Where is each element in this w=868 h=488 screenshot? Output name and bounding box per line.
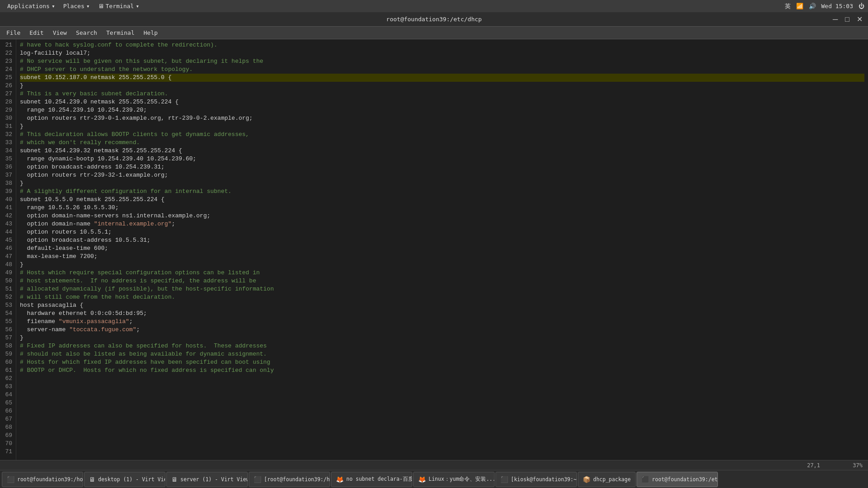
taskbar-item[interactable]: 🦊Linux：yum命令、安装... xyxy=(413,472,495,487)
line-number: 49 xyxy=(2,269,12,277)
code-line: # Hosts for which fixed IP addresses hav… xyxy=(20,358,864,366)
code-line: subnet 10.254.239.32 netmask 255.255.255… xyxy=(20,147,864,155)
menu-help[interactable]: Help xyxy=(139,28,162,37)
line-number: 26 xyxy=(2,82,12,90)
menu-terminal[interactable]: Terminal xyxy=(102,28,139,37)
code-line: # have to hack syslog.conf to complete t… xyxy=(20,41,864,49)
taskbar-label: [kiosk@foundation39:~] xyxy=(511,476,577,483)
line-number: 22 xyxy=(2,49,12,57)
code-line: # No service will be given on this subne… xyxy=(20,57,864,66)
line-number: 30 xyxy=(2,114,12,122)
menu-edit[interactable]: Edit xyxy=(25,28,48,37)
code-line: option routers 10.5.5.1; xyxy=(20,228,864,236)
line-number: 43 xyxy=(2,220,12,228)
network-icon: 📶 xyxy=(796,3,803,9)
taskbar-item[interactable]: ⬛[kiosk@foundation39:~] xyxy=(495,472,577,487)
line-number: 36 xyxy=(2,163,12,171)
menu-search[interactable]: Search xyxy=(71,28,102,37)
line-numbers: 2122232425262728293031323334353637383940… xyxy=(0,39,16,460)
taskbar-icon: ⬛ xyxy=(642,476,649,483)
taskbar-item[interactable]: 🖥desktop (1) - Virt View... xyxy=(84,472,165,487)
maximize-button[interactable]: □ xyxy=(843,15,851,23)
taskbar-item[interactable]: ⬛[root@foundation39:/h... xyxy=(249,472,330,487)
code-line: range dynamic-bootp 10.254.239.40 10.254… xyxy=(20,155,864,163)
line-number: 69 xyxy=(2,432,12,440)
taskbar-item[interactable]: ⬛root@foundation39:/et xyxy=(637,472,718,487)
line-number: 67 xyxy=(2,415,12,423)
applications-arrow: ▾ xyxy=(52,3,55,9)
line-number: 23 xyxy=(2,57,12,66)
code-line: # will still come from the host declarat… xyxy=(20,293,864,301)
code-line: hardware ethernet 0:0:c0:5d:bd:95; xyxy=(20,310,864,318)
code-content[interactable]: # have to hack syslog.conf to complete t… xyxy=(16,39,868,460)
status-bar: 27,1 37% xyxy=(0,460,868,470)
taskbar-label: [root@foundation39:/h... xyxy=(264,476,330,483)
line-number: 25 xyxy=(2,74,12,82)
datetime: Wed 15:03 xyxy=(821,3,853,9)
code-line: # Fixed IP addresses can also be specifi… xyxy=(20,342,864,350)
taskbar-item[interactable]: 🦊no subnet declara-百度... xyxy=(331,472,412,487)
line-number: 31 xyxy=(2,122,12,131)
menu-view[interactable]: View xyxy=(48,28,71,37)
taskbar-icon: ⬛ xyxy=(7,476,14,483)
line-number: 50 xyxy=(2,277,12,285)
code-line: # This declaration allows BOOTP clients … xyxy=(20,131,864,139)
code-line: option broadcast-address 10.254.239.31; xyxy=(20,163,864,171)
line-number: 33 xyxy=(2,139,12,147)
menubar: File Edit View Search Terminal Help xyxy=(0,27,868,39)
taskbar-label: no subnet declara-百度... xyxy=(346,476,412,483)
line-number: 29 xyxy=(2,106,12,114)
line-number: 41 xyxy=(2,204,12,212)
line-number: 68 xyxy=(2,423,12,432)
code-editor[interactable]: 2122232425262728293031323334353637383940… xyxy=(0,39,868,460)
taskbar-icon: 🦊 xyxy=(336,476,344,483)
line-number: 48 xyxy=(2,261,12,269)
line-number: 44 xyxy=(2,228,12,236)
code-line: # should not also be listed as being ava… xyxy=(20,350,864,358)
taskbar-icon: 🖥 xyxy=(171,476,178,483)
line-number: 71 xyxy=(2,448,12,456)
code-line: filename "vmunix.passacaglia"; xyxy=(20,318,864,326)
line-number: 42 xyxy=(2,212,12,220)
topbar-left: Applications ▾ Places ▾ 🖥 Terminal ▾ xyxy=(4,2,143,10)
line-number: 40 xyxy=(2,196,12,204)
line-number: 27 xyxy=(2,90,12,98)
code-line: } xyxy=(20,122,864,131)
code-line: range 10.5.5.26 10.5.5.30; xyxy=(20,204,864,212)
code-line: option domain-name "internal.example.org… xyxy=(20,220,864,228)
taskbar-item[interactable]: 🖥server (1) - Virt Viewer xyxy=(166,472,248,487)
minimize-button[interactable]: ─ xyxy=(831,15,840,23)
places-menu[interactable]: Places ▾ xyxy=(60,2,94,10)
places-label: Places xyxy=(63,3,85,9)
line-number: 47 xyxy=(2,253,12,261)
line-number: 63 xyxy=(2,383,12,391)
terminal-menu[interactable]: 🖥 Terminal ▾ xyxy=(94,2,143,10)
taskbar-icon: 🖥 xyxy=(89,476,95,483)
code-line: # BOOTP or DHCP. Hosts for which no fixe… xyxy=(20,366,864,375)
line-number: 39 xyxy=(2,188,12,196)
line-number: 62 xyxy=(2,375,12,383)
line-number: 37 xyxy=(2,171,12,179)
line-number: 61 xyxy=(2,366,12,375)
close-button[interactable]: ✕ xyxy=(855,15,864,23)
code-line: subnet 10.5.5.0 netmask 255.255.255.224 … xyxy=(20,196,864,204)
code-line: } xyxy=(20,179,864,188)
line-number: 53 xyxy=(2,301,12,310)
line-number: 66 xyxy=(2,407,12,415)
volume-icon: 🔊 xyxy=(809,3,816,9)
taskbar-item[interactable]: 📦dhcp_package xyxy=(578,472,636,487)
menu-file[interactable]: File xyxy=(2,28,25,37)
code-line: # which we don't really recommend. xyxy=(20,139,864,147)
taskbar-item[interactable]: ⬛root@foundation39:/ho... xyxy=(2,472,83,487)
terminal-arrow: ▾ xyxy=(136,3,139,9)
line-number: 55 xyxy=(2,318,12,326)
taskbar: ⬛root@foundation39:/ho...🖥desktop (1) - … xyxy=(0,470,868,488)
code-line: # host statements. If no address is spec… xyxy=(20,277,864,285)
taskbar-label: dhcp_package xyxy=(593,476,631,483)
code-line: option routers rtr-239-32-1.example.org; xyxy=(20,171,864,179)
code-line: # allocated dynamically (if possible), b… xyxy=(20,285,864,293)
applications-menu[interactable]: Applications ▾ xyxy=(4,2,59,10)
code-line: # Hosts which require special configurat… xyxy=(20,269,864,277)
line-number: 70 xyxy=(2,440,12,448)
power-icon: ⏻ xyxy=(859,3,864,9)
